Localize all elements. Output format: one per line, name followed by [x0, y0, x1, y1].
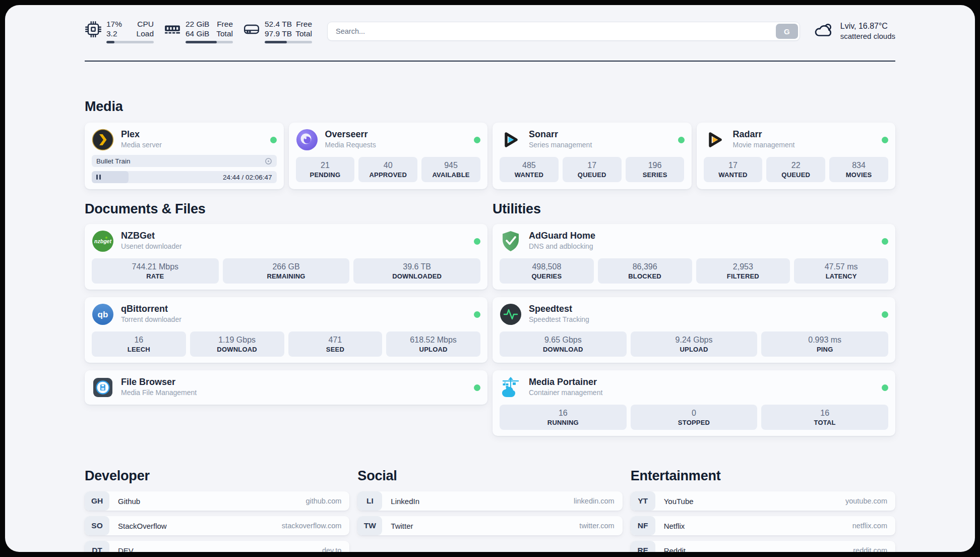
stat-tile: 2,953FILTERED [696, 258, 790, 284]
app-desc: Media Requests [325, 140, 376, 150]
link-name: Reddit [664, 546, 686, 552]
app-card-speedtest[interactable]: Speedtest Speedtest Tracking 9.65 GbpsDO… [493, 297, 895, 363]
developer-column: Developer GH Github github.com SO StackO… [85, 468, 349, 552]
link-url: twitter.com [579, 522, 622, 530]
documents-column: Documents & Files nzbget [85, 201, 487, 405]
section-title-social: Social [357, 468, 622, 484]
cloud-icon [813, 21, 834, 42]
stat-tile: 266 GBREMAINING [223, 258, 350, 284]
app-card-qbittorrent[interactable]: qb qBittorrent Torrent downloader 16LEEC… [85, 297, 487, 363]
header: 17%3.2 CPULoad [85, 19, 895, 43]
app-desc: Torrent downloader [121, 314, 181, 325]
radarr-icon [704, 129, 726, 151]
status-dot [474, 384, 480, 391]
link-badge: YT [631, 491, 655, 511]
link-url: dev.to [322, 546, 349, 552]
link-badge: SO [85, 516, 109, 535]
stat-tile: 1.19 GbpsDOWNLOAD [190, 331, 284, 357]
stat-tile: 9.65 GbpsDOWNLOAD [500, 331, 627, 357]
status-dot [882, 238, 888, 245]
stat-tile: 39.6 TBDOWNLOADED [353, 258, 480, 284]
app-card-overseerr[interactable]: Overseerr Media Requests 21PENDING 40APP… [289, 123, 488, 189]
sonarr-icon [500, 129, 522, 151]
link-name: Github [118, 497, 140, 506]
search-input[interactable] [327, 22, 800, 41]
stat-tile: 16RUNNING [500, 405, 627, 430]
link-row-stackoverflow[interactable]: SO StackOverflow stackoverflow.com [85, 516, 349, 535]
status-dot [882, 137, 888, 143]
link-url: linkedin.com [574, 497, 623, 505]
weather-location-temp: Lviv, 16.87°C [840, 21, 895, 31]
link-row-linkedin[interactable]: LI LinkedIn linkedin.com [357, 491, 622, 511]
app-name: AdGuard Home [529, 231, 595, 241]
cpu-value-1: 17% [106, 19, 122, 29]
link-name: Twitter [391, 522, 413, 530]
stat-tile: 86,396BLOCKED [598, 258, 692, 284]
status-dot [882, 384, 888, 391]
link-row-youtube[interactable]: YT YouTube youtube.com [631, 491, 895, 511]
app-name: Plex [121, 129, 162, 140]
app-name: NZBGet [121, 231, 182, 241]
app-name: File Browser [121, 377, 197, 387]
link-row-github[interactable]: GH Github github.com [85, 491, 349, 511]
app-card-sonarr[interactable]: Sonarr Series management 485WANTED 17QUE… [493, 123, 692, 189]
entertainment-column: Entertainment YT YouTube youtube.com NF … [631, 468, 895, 552]
link-name: YouTube [664, 497, 694, 506]
stat-tile: 471SEED [288, 331, 383, 357]
link-name: LinkedIn [391, 497, 419, 506]
app-name: qBittorrent [121, 304, 181, 314]
app-desc: Media server [121, 140, 162, 150]
link-row-twitter[interactable]: TW Twitter twitter.com [357, 516, 622, 535]
app-card-filebrowser[interactable]: File Browser Media File Management [85, 370, 487, 405]
speedtest-icon [500, 303, 522, 325]
stat-tile: 498,508QUERIES [500, 258, 594, 284]
section-title-documents: Documents & Files [85, 201, 487, 217]
now-playing-row[interactable]: Bullet Train [92, 155, 277, 167]
stat-tile: 40APPROVED [358, 157, 417, 182]
link-badge: GH [85, 491, 109, 511]
adguard-icon [500, 230, 522, 252]
search-engine-button[interactable]: G [776, 24, 798, 39]
disk-value-1: 52.4 TB [265, 19, 292, 29]
media-cards-row: Plex Media server Bullet Train [85, 123, 895, 189]
memory-progress-bar [186, 41, 233, 43]
app-card-radarr[interactable]: Radarr Movie management 17WANTED 22QUEUE… [697, 123, 896, 189]
link-badge: TW [357, 516, 382, 535]
stat-tile: 17WANTED [704, 157, 763, 182]
memory-value-2: 64 GiB [186, 29, 209, 38]
disk-value-2: 97.9 TB [265, 29, 292, 38]
link-row-dev[interactable]: DT DEV dev.to [85, 541, 349, 552]
stat-tile: 17QUEUED [563, 157, 622, 182]
pause-icon[interactable] [96, 175, 101, 180]
link-row-netflix[interactable]: NF Netflix netflix.com [631, 516, 895, 535]
link-badge: NF [631, 516, 655, 535]
memory-stat-widget: 22 GiB64 GiB FreeTotal [164, 19, 233, 43]
disk-progress-fill [265, 41, 287, 43]
app-name: Speedtest [529, 304, 589, 314]
section-title-media: Media [85, 99, 895, 115]
stat-tile: 21PENDING [296, 157, 355, 182]
link-url: netflix.com [852, 522, 895, 530]
app-desc: DNS and adblocking [529, 241, 595, 252]
link-row-reddit[interactable]: RE Reddit reddit.com [631, 541, 895, 552]
stat-tile: 196SERIES [626, 157, 685, 182]
link-url: youtube.com [845, 497, 895, 505]
playback-seek-bar[interactable]: 24:44 / 02:06:47 [92, 171, 277, 183]
memory-icon [164, 21, 181, 40]
qbittorrent-icon: qb [92, 303, 114, 325]
status-dot [678, 137, 685, 143]
link-url: stackoverflow.com [282, 522, 349, 530]
app-card-nzbget[interactable]: nzbget NZBGet Usenet downloader [85, 224, 487, 290]
system-stats: 17%3.2 CPULoad [85, 19, 312, 43]
now-playing-target-icon[interactable] [265, 157, 272, 165]
link-badge: LI [357, 491, 382, 511]
stat-tile: 0STOPPED [631, 405, 758, 430]
app-card-adguard[interactable]: AdGuard Home DNS and adblocking 498,508Q… [493, 224, 895, 290]
app-card-plex[interactable]: Plex Media server Bullet Train [85, 123, 284, 189]
app-card-portainer[interactable]: Media Portainer Container management 16R… [493, 370, 895, 436]
app-desc: Movie management [733, 140, 795, 150]
stat-tile: 22QUEUED [766, 157, 825, 182]
playback-time: 24:44 / 02:06:47 [223, 174, 272, 181]
svg-text:qb: qb [98, 310, 108, 319]
search-container: G [327, 22, 800, 41]
